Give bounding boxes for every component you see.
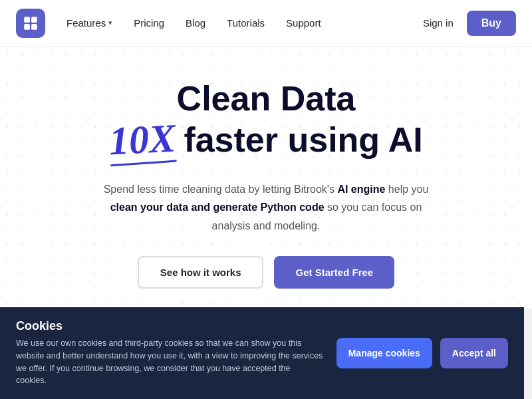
hero-title-line2: 10X faster using AI [53, 118, 479, 162]
features-label: Features [66, 17, 106, 29]
nav-tutorials-link[interactable]: Tutorials [227, 17, 265, 29]
buy-button[interactable]: Buy [467, 11, 516, 36]
subtitle-bold2: clean your data and generate Python code [110, 201, 325, 213]
svg-rect-3 [31, 24, 37, 30]
hero-subtitle: Spend less time cleaning data by letting… [93, 180, 439, 235]
manage-cookies-button[interactable]: Manage cookies [336, 338, 432, 368]
nav-features-link[interactable]: Features ▾ [66, 17, 112, 29]
svg-rect-0 [24, 17, 30, 23]
subtitle-part2: help you [385, 184, 428, 195]
cookie-banner: Cookies We use our own cookies and third… [0, 307, 524, 399]
accept-all-button[interactable]: Accept all [440, 338, 508, 368]
svg-rect-2 [24, 24, 30, 30]
hero-title-suffix: faster using AI [184, 121, 422, 159]
hero-section: Clean Data 10X faster using AI Spend les… [0, 47, 532, 309]
logo[interactable] [16, 9, 45, 38]
hero-content: Clean Data 10X faster using AI Spend les… [53, 80, 479, 289]
cookie-description: We use our own cookies and third-party c… [16, 337, 323, 387]
cookie-title: Cookies [16, 319, 323, 333]
nav-pricing-link[interactable]: Pricing [134, 17, 164, 29]
cookie-buttons: Manage cookies Accept all [336, 338, 508, 368]
nav-links: Features ▾ Pricing Blog Tutorials Suppor… [66, 17, 423, 29]
nav-blog-link[interactable]: Blog [186, 17, 205, 29]
navbar: Features ▾ Pricing Blog Tutorials Suppor… [0, 0, 532, 47]
svg-rect-1 [31, 17, 37, 23]
nav-right: Sign in Buy [423, 11, 516, 36]
subtitle-part1: Spend less time cleaning data by letting… [104, 184, 338, 195]
cta-primary-button[interactable]: Get Started Free [274, 256, 394, 289]
nav-support-link[interactable]: Support [286, 17, 321, 29]
logo-icon [22, 15, 39, 32]
sign-in-link[interactable]: Sign in [423, 17, 454, 29]
cta-secondary-button[interactable]: See how it works [138, 256, 264, 289]
ten-x-text: 10X [108, 116, 177, 164]
chevron-down-icon: ▾ [108, 19, 112, 27]
cta-area: See how it works Get Started Free [53, 256, 479, 289]
hero-title-line1: Clean Data [53, 80, 479, 118]
subtitle-bold1: AI engine [337, 184, 385, 195]
cookie-text-area: Cookies We use our own cookies and third… [16, 319, 323, 387]
